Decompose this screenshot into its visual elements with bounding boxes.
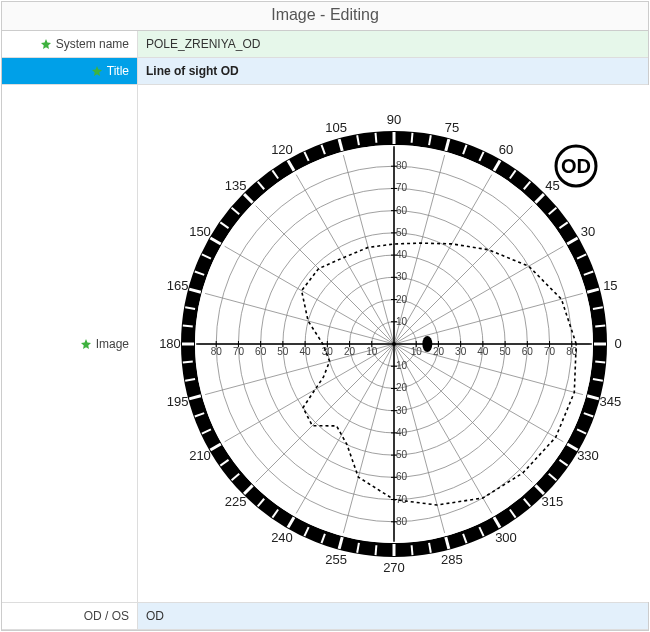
svg-text:40: 40 — [396, 249, 408, 260]
svg-text:70: 70 — [544, 346, 556, 357]
label-odos-text: OD / OS — [84, 609, 129, 623]
svg-text:10: 10 — [396, 315, 408, 326]
panel-title: Image - Editing — [2, 2, 648, 31]
star-icon — [40, 38, 52, 50]
svg-point-196 — [422, 336, 432, 352]
svg-text:80: 80 — [396, 160, 408, 171]
svg-text:165: 165 — [167, 278, 189, 293]
svg-line-2 — [595, 325, 605, 326]
svg-text:240: 240 — [271, 529, 293, 544]
svg-text:75: 75 — [445, 119, 459, 134]
svg-text:120: 120 — [271, 142, 293, 157]
label-title[interactable]: Title — [2, 58, 137, 84]
svg-point-197 — [392, 342, 396, 346]
svg-text:300: 300 — [495, 529, 517, 544]
svg-text:315: 315 — [542, 494, 564, 509]
svg-text:60: 60 — [396, 471, 408, 482]
svg-text:60: 60 — [396, 204, 408, 215]
svg-text:330: 330 — [577, 448, 599, 463]
star-icon — [91, 65, 103, 77]
svg-text:80: 80 — [211, 346, 223, 357]
svg-line-18 — [412, 132, 413, 142]
row-odos: OD / OS OD — [2, 603, 648, 630]
svg-text:10: 10 — [411, 346, 423, 357]
svg-text:30: 30 — [455, 346, 467, 357]
svg-line-54 — [376, 545, 377, 555]
svg-text:70: 70 — [396, 493, 408, 504]
svg-text:210: 210 — [189, 448, 211, 463]
svg-line-72 — [595, 361, 605, 362]
value-title[interactable]: Line of sight OD — [137, 58, 648, 84]
svg-line-38 — [183, 361, 193, 362]
svg-text:345: 345 — [600, 393, 622, 408]
svg-text:20: 20 — [396, 293, 408, 304]
svg-text:70: 70 — [396, 182, 408, 193]
svg-text:60: 60 — [255, 346, 267, 357]
svg-line-36 — [183, 325, 193, 326]
svg-text:30: 30 — [396, 271, 408, 282]
svg-text:50: 50 — [277, 346, 289, 357]
svg-text:150: 150 — [189, 224, 211, 239]
svg-text:20: 20 — [396, 382, 408, 393]
svg-text:80: 80 — [396, 515, 408, 526]
svg-text:90: 90 — [387, 112, 401, 127]
star-icon — [80, 338, 92, 350]
svg-text:60: 60 — [499, 142, 513, 157]
svg-text:20: 20 — [433, 346, 445, 357]
svg-text:45: 45 — [545, 177, 559, 192]
label-title-text: Title — [107, 64, 129, 78]
svg-line-20 — [376, 132, 377, 142]
editor-panel: Image - Editing System name POLE_ZRENIYA… — [1, 1, 649, 631]
image-preview: 1010202030304040505060607070808080706050… — [144, 91, 644, 596]
value-image[interactable]: 1010202030304040505060607070808080706050… — [137, 85, 650, 602]
row-system-name: System name POLE_ZRENIYA_OD — [2, 31, 648, 58]
svg-text:20: 20 — [344, 346, 356, 357]
svg-text:50: 50 — [396, 449, 408, 460]
svg-text:180: 180 — [159, 336, 181, 351]
row-title: Title Line of sight OD — [2, 58, 648, 85]
svg-text:270: 270 — [383, 560, 405, 575]
svg-text:40: 40 — [300, 346, 312, 357]
svg-text:285: 285 — [441, 552, 463, 567]
svg-text:60: 60 — [522, 346, 534, 357]
svg-text:50: 50 — [500, 346, 512, 357]
svg-text:195: 195 — [167, 393, 189, 408]
label-image-text: Image — [96, 337, 129, 351]
svg-text:0: 0 — [614, 336, 621, 351]
svg-text:135: 135 — [225, 177, 247, 192]
svg-text:30: 30 — [396, 404, 408, 415]
svg-text:40: 40 — [477, 346, 489, 357]
svg-text:OD: OD — [561, 155, 591, 177]
label-odos: OD / OS — [2, 603, 137, 629]
svg-line-56 — [412, 545, 413, 555]
svg-text:225: 225 — [225, 494, 247, 509]
svg-text:10: 10 — [366, 346, 378, 357]
svg-text:15: 15 — [603, 278, 617, 293]
label-system-name: System name — [2, 31, 137, 57]
svg-text:30: 30 — [581, 224, 595, 239]
visual-field-chart: 1010202030304040505060607070808080706050… — [144, 94, 644, 594]
value-odos[interactable]: OD — [137, 603, 648, 629]
value-system-name[interactable]: POLE_ZRENIYA_OD — [137, 31, 648, 57]
svg-text:105: 105 — [325, 119, 347, 134]
svg-text:70: 70 — [233, 346, 245, 357]
row-image: Image 1010202030304040505060607070808080… — [2, 85, 648, 603]
label-system-name-text: System name — [56, 37, 129, 51]
svg-text:255: 255 — [325, 552, 347, 567]
svg-text:10: 10 — [396, 360, 408, 371]
svg-text:50: 50 — [396, 226, 408, 237]
svg-text:40: 40 — [396, 426, 408, 437]
label-image: Image — [2, 85, 137, 602]
